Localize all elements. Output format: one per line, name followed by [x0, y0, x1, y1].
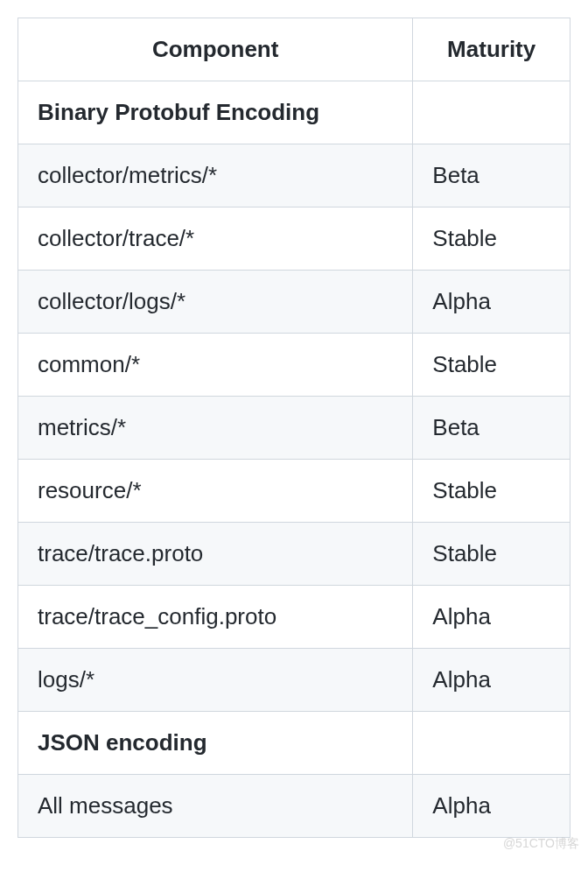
cell-maturity: Stable — [413, 460, 570, 523]
cell-maturity — [413, 81, 570, 144]
cell-component: trace/trace_config.proto — [18, 586, 413, 649]
table-row: trace/trace_config.protoAlpha — [18, 586, 570, 649]
table-row: collector/trace/*Stable — [18, 207, 570, 271]
table-row: All messagesAlpha — [18, 775, 570, 838]
cell-component: Binary Protobuf Encoding — [18, 81, 413, 144]
table-row: common/*Stable — [18, 334, 570, 397]
cell-maturity — [413, 712, 570, 775]
cell-component: logs/* — [18, 649, 413, 712]
cell-maturity: Alpha — [413, 775, 570, 838]
table-row: trace/trace.protoStable — [18, 523, 570, 586]
table-row: Binary Protobuf Encoding — [18, 81, 570, 144]
header-component: Component — [18, 18, 413, 81]
table-row: logs/*Alpha — [18, 649, 570, 712]
cell-component: metrics/* — [18, 397, 413, 460]
table-header-row: Component Maturity — [18, 18, 570, 81]
cell-maturity: Stable — [413, 334, 570, 397]
table-row: JSON encoding — [18, 712, 570, 775]
cell-component: collector/trace/* — [18, 207, 413, 271]
cell-maturity: Alpha — [413, 586, 570, 649]
watermark: @51CTO博客 — [503, 836, 579, 852]
cell-component: JSON encoding — [18, 712, 413, 775]
cell-maturity: Beta — [413, 397, 570, 460]
cell-component: collector/metrics/* — [18, 144, 413, 207]
cell-maturity: Alpha — [413, 271, 570, 334]
cell-component: All messages — [18, 775, 413, 838]
maturity-table: Component Maturity Binary Protobuf Encod… — [18, 18, 570, 838]
header-maturity: Maturity — [413, 18, 570, 81]
cell-component: collector/logs/* — [18, 271, 413, 334]
table-row: collector/metrics/*Beta — [18, 144, 570, 207]
table-row: collector/logs/*Alpha — [18, 271, 570, 334]
cell-maturity: Stable — [413, 207, 570, 271]
cell-maturity: Beta — [413, 144, 570, 207]
cell-component: common/* — [18, 334, 413, 397]
cell-maturity: Alpha — [413, 649, 570, 712]
table-row: resource/*Stable — [18, 460, 570, 523]
cell-component: resource/* — [18, 460, 413, 523]
table-row: metrics/*Beta — [18, 397, 570, 460]
cell-maturity: Stable — [413, 523, 570, 586]
cell-component: trace/trace.proto — [18, 523, 413, 586]
